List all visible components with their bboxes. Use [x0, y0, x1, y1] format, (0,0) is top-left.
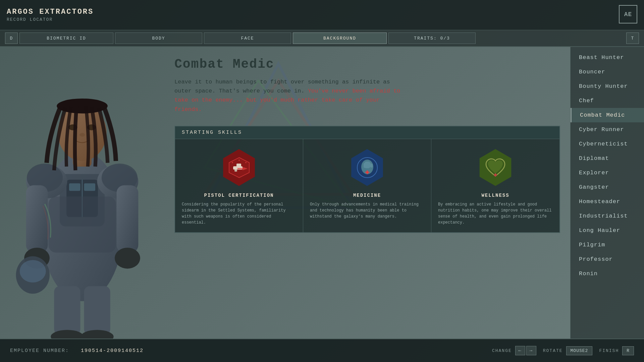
sidebar-item-professor[interactable]: Professor — [571, 252, 644, 266]
skill-name-wellness: WELLNESS — [481, 193, 509, 198]
sidebar-item-industrialist[interactable]: Industrialist — [571, 209, 644, 223]
skill-hex-wellness — [477, 149, 514, 186]
change-label: CHANGE — [492, 348, 512, 353]
tab-traits[interactable]: TRAITS: 0/3 — [388, 33, 476, 44]
sidebar-item-combat-medic[interactable]: Combat Medic — [571, 108, 644, 122]
skill-icon-pistol — [217, 146, 261, 189]
rotate-label: ROTATE — [543, 348, 563, 353]
skill-hex-pistol — [221, 149, 258, 186]
change-action: CHANGE ← → — [492, 346, 536, 355]
nav-tabs: D BIOMETRIC ID BODY FACE BACKGROUND TRAI… — [0, 30, 644, 47]
sidebar-item-cyberneticist[interactable]: Cyberneticist — [571, 137, 644, 151]
tab-body[interactable]: BODY — [115, 33, 202, 44]
background-title: Combat Medic — [174, 57, 560, 71]
svg-point-26 — [79, 133, 85, 137]
skills-header: STARTING SKILLS — [175, 126, 559, 139]
svg-rect-43 — [366, 162, 368, 168]
sidebar-item-pilgrim[interactable]: Pilgrim — [571, 238, 644, 252]
skill-name-medicine: MEDICINE — [353, 193, 381, 198]
nav-right-button[interactable]: T — [626, 33, 639, 44]
app-title: ARGOS EXTRACTORS — [7, 8, 148, 16]
skills-section: STARTING SKILLS — [174, 126, 560, 233]
finish-action: FINISH R — [599, 346, 634, 355]
arrow-left-button[interactable]: ← — [515, 346, 525, 355]
skill-card-medicine: MEDICINE Only through advancements in me… — [303, 139, 431, 232]
sidebar-item-diplomat[interactable]: Diplomat — [571, 151, 644, 166]
ae-logo: AE — [619, 5, 637, 23]
background-description: Leave it to human beings to fight over s… — [174, 77, 402, 114]
app-subtitle: RECORD LOCATOR — [7, 17, 148, 22]
skill-name-pistol: PISTOL CERTIFICATION — [204, 193, 274, 198]
sidebar-item-ronin[interactable]: Ronin — [571, 266, 644, 281]
svg-rect-45 — [371, 164, 373, 168]
skill-desc-wellness: By embracing an active lifestyle and goo… — [438, 201, 553, 226]
nav-left-button[interactable]: D — [5, 33, 18, 44]
svg-point-29 — [20, 260, 46, 283]
svg-rect-33 — [234, 170, 237, 172]
sidebar-item-cyber-runner[interactable]: Cyber Runner — [571, 122, 644, 137]
arrow-right-button[interactable]: → — [526, 346, 536, 355]
sidebar-item-chef[interactable]: Chef — [571, 94, 644, 108]
tab-face[interactable]: FACE — [204, 33, 291, 44]
sidebar-item-homesteader[interactable]: Homesteader — [571, 194, 644, 209]
skill-desc-medicine: Only through advancements in medical tra… — [310, 201, 424, 220]
svg-rect-44 — [368, 162, 371, 168]
header-logo-area: ARGOS EXTRACTORS RECORD LOCATOR — [0, 0, 154, 30]
svg-rect-38 — [237, 168, 243, 169]
header: ARGOS EXTRACTORS RECORD LOCATOR AE — [0, 0, 644, 30]
bottom-right-controls: CHANGE ← → ROTATE MOUSE2 FINISH R — [492, 346, 634, 355]
skill-card-wellness: WELLNESS By embracing an active lifestyl… — [431, 139, 559, 232]
character-portrait-area — [0, 47, 164, 339]
tab-background[interactable]: BACKGROUND — [293, 33, 387, 44]
sidebar-list[interactable]: Beast HunterBouncerBounty HunterChefComb… — [570, 47, 644, 339]
skill-hex-medicine — [349, 149, 386, 186]
sidebar-item-explorer[interactable]: Explorer — [571, 166, 644, 180]
svg-rect-32 — [236, 164, 241, 168]
sidebar-item-long-hauler[interactable]: Long Hauler — [571, 223, 644, 238]
svg-rect-30 — [49, 196, 116, 252]
character-portrait — [0, 47, 164, 339]
rotate-action: ROTATE MOUSE2 — [543, 346, 593, 355]
bottom-bar: EMPLOYEE NUMBER: 190514-2009140512 CHANG… — [0, 339, 644, 362]
employee-number: 190514-2009140512 — [81, 348, 144, 354]
svg-rect-15 — [117, 185, 139, 253]
skill-card-pistol: PISTOL CERTIFICATION Considering the pop… — [175, 139, 303, 232]
svg-rect-9 — [84, 183, 95, 191]
svg-point-35 — [238, 160, 240, 161]
sidebar-item-bounty-hunter[interactable]: Bounty Hunter — [571, 79, 644, 94]
svg-point-36 — [245, 162, 247, 163]
svg-rect-8 — [69, 183, 80, 191]
svg-rect-42 — [364, 163, 366, 168]
skills-grid: PISTOL CERTIFICATION Considering the pop… — [175, 139, 559, 232]
skill-icon-medicine — [345, 146, 389, 189]
svg-rect-47 — [367, 170, 368, 174]
main-content: Combat Medic Leave it to human beings to… — [164, 50, 570, 339]
svg-rect-49 — [495, 173, 496, 177]
svg-rect-18 — [54, 286, 80, 335]
skill-desc-pistol: Considering the popularity of the person… — [182, 201, 296, 226]
svg-rect-19 — [84, 286, 110, 335]
employee-label: EMPLOYEE NUMBER: — [10, 348, 69, 354]
finish-label: FINISH — [599, 348, 619, 353]
sidebar-item-gangster[interactable]: Gangster — [571, 180, 644, 194]
arrow-buttons: ← → — [515, 346, 536, 355]
svg-rect-14 — [26, 185, 48, 253]
sidebar-item-beast-hunter[interactable]: Beast Hunter — [571, 50, 644, 65]
skill-icon-wellness — [474, 146, 517, 189]
svg-point-17 — [115, 248, 140, 268]
finish-key[interactable]: R — [622, 346, 634, 355]
tab-biometric[interactable]: BIOMETRIC ID — [19, 33, 113, 44]
sidebar-item-bouncer[interactable]: Bouncer — [571, 65, 644, 79]
rotate-key: MOUSE2 — [566, 346, 593, 355]
svg-point-34 — [232, 162, 233, 163]
